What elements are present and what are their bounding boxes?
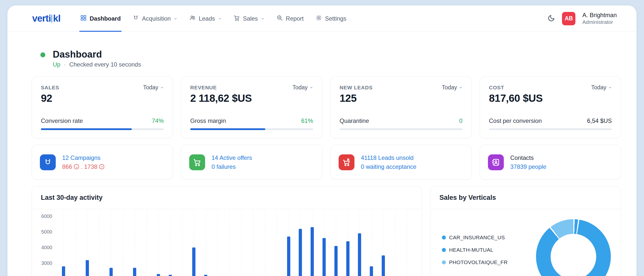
kpi-card-new-leads: NEW LEADS Today 125 Quarantine 0: [330, 76, 472, 138]
nav-label: Acquisition: [142, 15, 171, 22]
kpi-progress-track: [190, 128, 313, 130]
legend-item[interactable]: HEALTH-MUTUAL: [442, 247, 508, 253]
kpi-value: 2 118,62 $US: [190, 92, 313, 104]
dark-mode-toggle[interactable]: [548, 14, 555, 23]
kpi-sub-value: 0: [459, 117, 462, 124]
nav-item-settings[interactable]: Settings: [316, 6, 346, 32]
people-icon: [189, 15, 196, 23]
active-offers-link[interactable]: 14 Active offers: [212, 153, 252, 162]
donut-chart-area: CAR_INSURANCE_US HEALTH-MUTUAL PHOTOVOLT…: [430, 209, 621, 276]
kpi-label: SALES: [41, 85, 59, 91]
contact-card-icon: [488, 154, 504, 170]
kpi-period-value: Today: [442, 84, 457, 91]
kpi-progress-track: [340, 128, 462, 130]
kpi-sub-label: Quarantine: [340, 117, 369, 124]
nav-item-dashboard[interactable]: Dashboard: [80, 6, 121, 32]
nav-item-sales[interactable]: Sales: [234, 6, 264, 32]
legend-dot-icon: [442, 260, 446, 264]
nav-item-acquisition[interactable]: Acquisition: [132, 6, 177, 32]
legend-label: HEALTH-MUTUAL: [449, 247, 494, 253]
legend-dot-icon: [442, 248, 446, 252]
logo-cursor-bar: [51, 15, 52, 23]
status-up-label: Up: [53, 61, 60, 68]
user-meta[interactable]: A. Brightman Administrator: [582, 12, 617, 25]
nav-label: Leads: [199, 15, 215, 22]
status-dot: [40, 52, 45, 57]
waiting-acceptance-link[interactable]: 0 waiting acceptance: [361, 162, 416, 171]
chevron-down-icon: [608, 84, 612, 91]
cart-icon: [189, 154, 205, 170]
contacts-people-link[interactable]: 37839 people: [510, 162, 546, 171]
kpi-card-sales: SALES Today 92 Conversion rate 74%: [32, 76, 173, 138]
logo-text-right: kl: [53, 13, 60, 24]
status-note: Checked every 10 seconds: [69, 61, 141, 68]
campaigns-stats-separator: .: [81, 162, 82, 171]
page-title: Dashboard: [53, 49, 141, 60]
leads-unsold-link[interactable]: 41118 Leads unsold: [361, 153, 416, 162]
kpi-label: COST: [489, 85, 504, 91]
chevron-down-icon: [261, 15, 264, 22]
kpi-period-select[interactable]: Today: [442, 84, 462, 91]
nav-label: Settings: [325, 15, 346, 22]
kpi-progress-track: [489, 128, 612, 130]
nav-right-cluster: AB A. Brightman Administrator: [548, 6, 617, 32]
campaigns-card: 12 Campaigns 866 ↘ . 1738 ↗: [32, 145, 173, 180]
legend-item[interactable]: PHOTOVOLTAIQUE_FR: [442, 259, 508, 265]
cart-x-icon: [338, 154, 354, 170]
status-line: Up · Checked every 10 seconds: [53, 61, 141, 68]
chevron-down-icon: [174, 15, 177, 22]
legend-label: CAR_INSURANCE_US: [449, 235, 505, 240]
kpi-value: 817,60 $US: [489, 92, 612, 104]
nav-label: Dashboard: [90, 15, 121, 22]
kpi-period-value: Today: [143, 84, 158, 91]
user-name: A. Brightman: [582, 12, 617, 19]
nav-item-leads[interactable]: Leads: [189, 6, 222, 32]
campaigns-link[interactable]: 12 Campaigns: [62, 153, 104, 162]
legend-dot-icon: [442, 235, 446, 239]
kpi-period-select[interactable]: Today: [292, 84, 313, 91]
main-menu: Dashboard Acquisition Leads: [80, 6, 346, 32]
magnet-icon: [132, 15, 139, 23]
cart-icon: [234, 15, 240, 23]
kpi-period-value: Today: [292, 84, 308, 91]
campaigns-down-count: 866: [62, 162, 72, 171]
kpi-progress-fill: [190, 128, 265, 130]
chevron-down-icon: [160, 84, 164, 91]
charts-row: Last 30-day activity 6000500040003000200…: [32, 186, 621, 276]
kpi-sub-label: Cost per conversion: [489, 117, 542, 124]
kpi-sub-value: 6,54 $US: [587, 117, 612, 124]
active-offers-card: 14 Active offers 0 failures: [181, 145, 322, 180]
kpi-period-select[interactable]: Today: [143, 84, 164, 91]
campaigns-stats: 866 ↘ . 1738 ↗: [62, 162, 104, 171]
kpi-card-revenue: REVENUE Today 2 118,62 $US Gross margin …: [181, 76, 322, 138]
legend-item[interactable]: CAR_INSURANCE_US: [442, 235, 508, 240]
kpi-progress-fill: [41, 128, 132, 130]
page-header: Dashboard Up · Checked every 10 seconds: [32, 49, 621, 68]
kpi-period-value: Today: [591, 84, 606, 91]
kpi-progress-track: [41, 128, 164, 130]
nav-label: Report: [286, 15, 304, 22]
magnet-icon: [40, 154, 56, 170]
kpi-value: 92: [41, 92, 164, 104]
kpi-period-select[interactable]: Today: [591, 84, 612, 91]
brand-logo[interactable]: verti kl: [32, 6, 60, 32]
kpi-sub-value: 74%: [152, 117, 164, 124]
user-avatar[interactable]: AB: [562, 12, 576, 25]
legend-label: PHOTOVOLTAIQUE_FR: [449, 259, 508, 265]
app-window: verti kl Dashboard Acquisition: [8, 6, 636, 276]
leads-unsold-card: 41118 Leads unsold 0 waiting acceptance: [330, 145, 472, 180]
logo-text-left: verti: [32, 13, 51, 24]
donut-legend: CAR_INSURANCE_US HEALTH-MUTUAL PHOTOVOLT…: [442, 235, 508, 265]
kpi-value: 125: [340, 92, 462, 104]
verticals-chart-title: Sales by Verticals: [440, 194, 496, 202]
page-content: Dashboard Up · Checked every 10 seconds …: [32, 49, 621, 276]
chevron-down-icon: [218, 15, 222, 22]
kpi-label: NEW LEADS: [340, 85, 372, 91]
contacts-label: Contacts: [510, 153, 546, 162]
failures-link[interactable]: 0 failures: [212, 162, 252, 171]
kpi-sub-label: Conversion rate: [41, 117, 83, 124]
trend-down-icon: ↘: [74, 164, 79, 169]
nav-item-report[interactable]: Report: [276, 6, 304, 32]
gear-icon: [316, 15, 322, 23]
status-separator: ·: [64, 61, 66, 68]
